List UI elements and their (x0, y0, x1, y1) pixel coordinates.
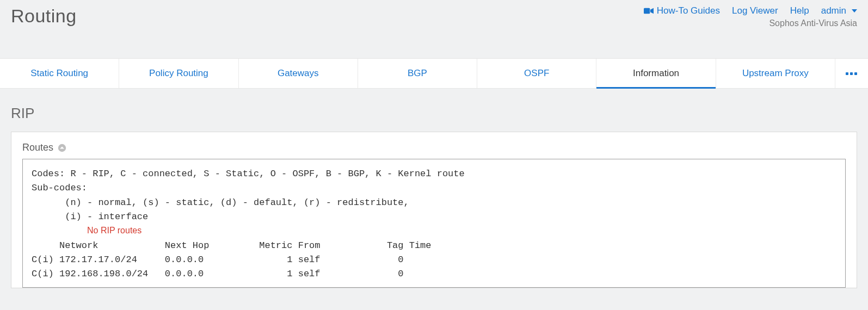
no-rip-routes-msg: No RIP routes (87, 226, 141, 235)
caret-down-icon (849, 9, 857, 13)
tab-information[interactable]: Information (596, 59, 716, 88)
routes-output: Codes: R - RIP, C - connected, S - Stati… (22, 159, 846, 288)
section-title-rip: RIP (11, 105, 857, 122)
org-label: Sophos Anti-Virus Asia (644, 18, 857, 28)
video-icon (644, 7, 654, 15)
user-label: admin (821, 5, 846, 16)
tab-overflow[interactable] (835, 59, 868, 88)
tab-ospf[interactable]: OSPF (477, 59, 596, 88)
rip-panel: Routes Codes: R - RIP, C - connected, S … (11, 132, 857, 288)
page-title: Routing (11, 5, 77, 27)
tab-upstream-proxy[interactable]: Upstream Proxy (716, 59, 835, 88)
chevron-up-icon (58, 144, 66, 152)
howto-guides-label: How-To Guides (657, 5, 720, 16)
tab-bgp[interactable]: BGP (358, 59, 477, 88)
tab-static-routing[interactable]: Static Routing (0, 59, 119, 88)
help-link[interactable]: Help (790, 5, 809, 16)
tab-gateways[interactable]: Gateways (239, 59, 358, 88)
howto-guides-link[interactable]: How-To Guides (644, 5, 720, 16)
tab-policy-routing[interactable]: Policy Routing (119, 59, 238, 88)
user-menu[interactable]: admin (821, 5, 857, 16)
tabs: Static RoutingPolicy RoutingGatewaysBGPO… (0, 58, 868, 89)
panel-header-routes[interactable]: Routes (22, 142, 846, 153)
svg-rect-0 (644, 8, 650, 14)
panel-header-label: Routes (22, 142, 53, 153)
more-icon (846, 72, 857, 75)
log-viewer-link[interactable]: Log Viewer (732, 5, 778, 16)
